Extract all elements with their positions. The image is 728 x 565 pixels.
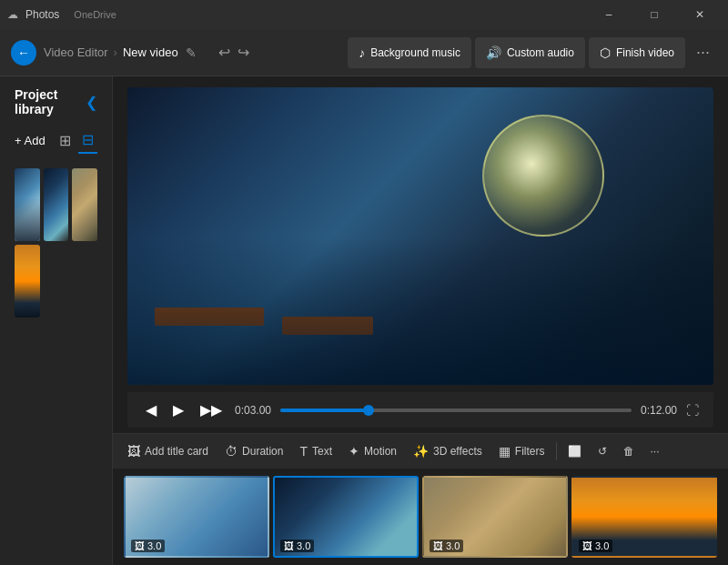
- title-bar-left: ☁ Photos OneDrive: [7, 8, 116, 21]
- player-controls: ◀ ▶ ▶▶ 0:03.00 0:12.00 ⛶: [127, 392, 713, 428]
- toolbar-more-button[interactable]: ···: [689, 39, 717, 66]
- boat-1: [155, 308, 264, 326]
- film-duration-1: 🖼 3.0: [131, 540, 165, 552]
- duration-icon: ⏱: [225, 444, 238, 459]
- close-button[interactable]: ✕: [679, 0, 721, 29]
- breadcrumb-separator: ›: [114, 45, 117, 59]
- toolbar-left: ← Video Editor › New video ✎ ↩ ↪: [11, 40, 348, 66]
- effects-icon: ✨: [413, 444, 429, 459]
- filmstrip-item-3[interactable]: 🖼 3.0: [422, 476, 568, 558]
- text-label: Text: [312, 445, 332, 458]
- custom-audio-button[interactable]: 🔊 Custom audio: [475, 37, 585, 68]
- library-item-4[interactable]: [15, 245, 40, 318]
- onedrive-label: OneDrive: [74, 9, 116, 20]
- film-duration-2: 🖼 3.0: [280, 540, 314, 552]
- current-time: 0:03.00: [235, 404, 271, 417]
- filmstrip-item-2[interactable]: 🖼 3.0: [273, 476, 419, 558]
- background-music-button[interactable]: ♪ Background music: [348, 37, 471, 68]
- add-title-card-button[interactable]: 🖼 Add title card: [120, 439, 216, 463]
- progress-thumb[interactable]: [363, 405, 374, 416]
- media-library-grid: [0, 161, 112, 325]
- film-icon-4: 🖼: [582, 540, 592, 551]
- audio-icon: 🔊: [486, 45, 501, 60]
- breadcrumb-current: New video: [123, 45, 178, 59]
- progress-container: [280, 409, 632, 412]
- effects-label: 3D effects: [433, 445, 482, 458]
- toolbar-separator: [556, 442, 557, 460]
- play-button[interactable]: ▶: [169, 398, 187, 422]
- filmstrip-item-4[interactable]: 🖼 3.0: [571, 476, 717, 558]
- grid-view-button[interactable]: ⊞: [56, 127, 75, 154]
- toolbar: ← Video Editor › New video ✎ ↩ ↪ ♪ Backg…: [0, 29, 728, 76]
- sidebar-toolbar: + Add ⊞ ⊟: [0, 124, 112, 161]
- text-icon: T: [299, 444, 308, 459]
- film-duration-3: 🖼 3.0: [430, 540, 463, 552]
- app-title: Photos: [25, 8, 59, 21]
- breadcrumb: Video Editor › New video: [44, 45, 178, 59]
- total-time: 0:12.00: [641, 404, 677, 417]
- 3d-effects-button[interactable]: ✨ 3D effects: [406, 439, 490, 463]
- main-layout: Project library ❮ + Add ⊞ ⊟ ◀: [0, 76, 728, 565]
- library-item-3[interactable]: [72, 168, 97, 241]
- content-area: ◀ ▶ ▶▶ 0:03.00 0:12.00 ⛶ 🖼 Add title car…: [113, 76, 728, 565]
- rotate-button[interactable]: ↺: [591, 440, 614, 462]
- list-view-button[interactable]: ⊟: [78, 127, 97, 154]
- video-player: [127, 87, 713, 385]
- finish-video-button[interactable]: ⬡ Finish video: [589, 37, 685, 68]
- progress-bar[interactable]: [280, 409, 632, 412]
- title-bar: ☁ Photos OneDrive – □ ✕: [0, 0, 728, 29]
- text-button[interactable]: T Text: [292, 439, 339, 463]
- motion-label: Motion: [364, 445, 397, 458]
- sidebar-header: Project library ❮: [0, 76, 112, 124]
- finish-video-label: Finish video: [616, 46, 674, 59]
- back-button[interactable]: ←: [11, 40, 36, 66]
- film-icon-2: 🖼: [284, 540, 294, 551]
- view-toggle-group: ⊞ ⊟: [56, 127, 97, 154]
- library-item-1[interactable]: [15, 168, 40, 241]
- duration-label: Duration: [242, 445, 283, 458]
- edit-title-icon[interactable]: ✎: [186, 45, 197, 60]
- filters-label: Filters: [515, 445, 545, 458]
- maximize-button[interactable]: □: [633, 0, 675, 29]
- forward-button[interactable]: ▶▶: [197, 398, 226, 422]
- filmstrip: 🖼 3.0 🖼 3.0 🖼 3.0 🖼 3.0: [113, 469, 728, 565]
- sidebar: Project library ❮ + Add ⊞ ⊟: [0, 76, 113, 565]
- project-library-title: Project library: [15, 87, 86, 116]
- collapse-sidebar-button[interactable]: ❮: [86, 94, 97, 111]
- duration-button[interactable]: ⏱ Duration: [217, 439, 290, 463]
- motion-button[interactable]: ✦ Motion: [341, 439, 404, 463]
- add-title-card-label: Add title card: [145, 445, 208, 458]
- minimize-button[interactable]: –: [588, 0, 630, 29]
- timeline-more-button[interactable]: ···: [643, 440, 667, 462]
- filters-icon: ▦: [499, 444, 511, 459]
- filters-button[interactable]: ▦ Filters: [491, 439, 552, 463]
- breadcrumb-parent: Video Editor: [44, 45, 108, 59]
- redo-button[interactable]: ↪: [238, 44, 249, 61]
- title-bar-controls: – □ ✕: [588, 0, 721, 29]
- filmstrip-item-1[interactable]: 🖼 3.0: [124, 476, 269, 558]
- timeline-toolbar: 🖼 Add title card ⏱ Duration T Text ✦ Mot…: [113, 433, 728, 469]
- undo-button[interactable]: ↩: [218, 44, 230, 61]
- video-preview: [127, 87, 713, 385]
- cloud-icon: ☁: [7, 8, 18, 21]
- background-music-label: Background music: [370, 46, 460, 59]
- rewind-button[interactable]: ◀: [142, 398, 160, 422]
- delete-button[interactable]: 🗑: [616, 440, 642, 462]
- film-duration-4: 🖼 3.0: [579, 540, 612, 552]
- title-card-icon: 🖼: [127, 444, 140, 459]
- crop-button[interactable]: ⬜: [561, 440, 589, 462]
- film-icon-3: 🖼: [433, 540, 443, 551]
- boat-2: [282, 317, 373, 335]
- library-item-2[interactable]: [44, 168, 69, 241]
- progress-fill: [280, 409, 368, 412]
- motion-icon: ✦: [349, 444, 359, 459]
- undo-redo-group: ↩ ↪: [218, 44, 249, 61]
- toolbar-right: ♪ Background music 🔊 Custom audio ⬡ Fini…: [348, 37, 717, 68]
- film-icon-1: 🖼: [135, 540, 145, 551]
- export-icon: ⬡: [600, 45, 611, 60]
- add-media-button[interactable]: + Add: [15, 134, 46, 147]
- music-icon: ♪: [359, 45, 365, 60]
- custom-audio-label: Custom audio: [507, 46, 574, 59]
- fullscreen-button[interactable]: ⛶: [686, 403, 699, 418]
